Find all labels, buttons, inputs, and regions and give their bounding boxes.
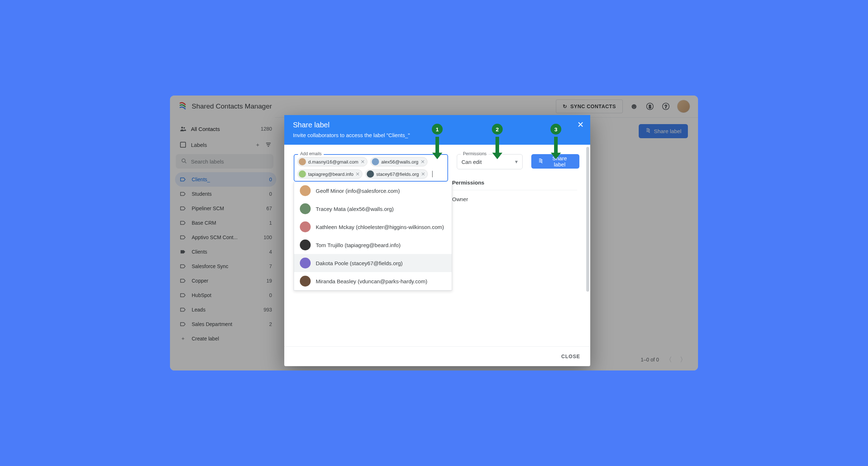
suggestion-text: Tom Trujillo (tapiagreg@beard.info) bbox=[316, 242, 401, 248]
chip-email: tapiagreg@beard.info bbox=[308, 171, 353, 177]
chip-email: alex56@walls.org bbox=[381, 159, 418, 165]
chip-avatar bbox=[372, 158, 379, 165]
permissions-select[interactable]: Permissions Can edit ▾ bbox=[457, 154, 523, 169]
email-chip[interactable]: alex56@walls.org✕ bbox=[370, 157, 427, 166]
suggestion-avatar bbox=[300, 258, 311, 268]
close-icon[interactable]: ✕ bbox=[577, 120, 584, 130]
suggestion-text: Geoff Minor (info@salesforce.com) bbox=[316, 188, 400, 194]
chip-remove-icon[interactable]: ✕ bbox=[421, 159, 425, 165]
permission-row-owner: Owner bbox=[452, 190, 577, 208]
chevron-down-icon: ▾ bbox=[515, 158, 518, 165]
chip-remove-icon[interactable]: ✕ bbox=[356, 171, 360, 177]
suggestion-item[interactable]: Kathleen Mckay (chloelester@higgins-wilk… bbox=[294, 218, 452, 236]
modal-close-button[interactable]: CLOSE bbox=[559, 353, 582, 360]
suggestion-text: Tracey Mata (alex56@walls.org) bbox=[316, 206, 394, 212]
text-cursor bbox=[432, 171, 433, 177]
suggestion-item[interactable]: Tom Trujillo (tapiagreg@beard.info) bbox=[294, 236, 452, 254]
permission-role: Owner bbox=[452, 196, 468, 202]
chip-remove-icon[interactable]: ✕ bbox=[421, 171, 425, 177]
suggestion-text: Dakota Poole (stacey67@fields.org) bbox=[316, 260, 403, 266]
email-chip[interactable]: d.masnyi16@gmail.com✕ bbox=[297, 157, 367, 166]
app-frame: Shared Contacts Manager ↻ SYNC CONTACTS … bbox=[170, 96, 698, 370]
chip-avatar bbox=[367, 170, 374, 178]
chip-avatar bbox=[299, 158, 306, 165]
modal-scrollbar[interactable] bbox=[585, 145, 590, 346]
suggestion-avatar bbox=[300, 203, 311, 214]
share-icon bbox=[538, 158, 544, 165]
marker-badge: 3 bbox=[550, 124, 561, 135]
suggestion-avatar bbox=[300, 221, 311, 232]
permissions-value: Can edit bbox=[461, 159, 482, 165]
suggestion-item[interactable]: Geoff Minor (info@salesforce.com) bbox=[294, 182, 452, 200]
help-marker-2: 2 bbox=[492, 124, 503, 159]
chip-avatar bbox=[299, 170, 306, 178]
help-marker-1: 1 bbox=[432, 124, 443, 159]
add-emails-field-label: Add emails bbox=[298, 151, 324, 156]
marker-badge: 1 bbox=[432, 124, 443, 135]
email-suggestions-list: Geoff Minor (info@salesforce.com)Tracey … bbox=[294, 182, 452, 291]
chip-remove-icon[interactable]: ✕ bbox=[361, 159, 365, 165]
suggestion-text: Kathleen Mckay (chloelester@higgins-wilk… bbox=[316, 224, 444, 230]
suggestion-avatar bbox=[300, 240, 311, 250]
permissions-section-header: Permissions bbox=[452, 179, 577, 190]
permissions-field-label: Permissions bbox=[461, 151, 489, 156]
email-chip[interactable]: stacey67@fields.org✕ bbox=[365, 169, 428, 179]
suggestion-avatar bbox=[300, 185, 311, 196]
suggestion-item[interactable]: Dakota Poole (stacey67@fields.org) bbox=[294, 254, 452, 272]
help-marker-3: 3 bbox=[550, 124, 561, 159]
add-emails-input[interactable]: Add emails d.masnyi16@gmail.com✕alex56@w… bbox=[294, 154, 448, 182]
chip-email: d.masnyi16@gmail.com bbox=[308, 159, 358, 165]
suggestion-item[interactable]: Tracey Mata (alex56@walls.org) bbox=[294, 200, 452, 218]
email-chip[interactable]: tapiagreg@beard.info✕ bbox=[297, 169, 362, 179]
suggestion-item[interactable]: SStefanie Fitzpatrick (wterrell@clark.co… bbox=[294, 290, 452, 291]
suggestion-avatar bbox=[300, 276, 311, 287]
marker-badge: 2 bbox=[492, 124, 503, 135]
chip-email: stacey67@fields.org bbox=[376, 171, 419, 177]
suggestion-text: Miranda Beasley (vduncan@parks-hardy.com… bbox=[316, 278, 427, 284]
suggestion-item[interactable]: Miranda Beasley (vduncan@parks-hardy.com… bbox=[294, 272, 452, 290]
